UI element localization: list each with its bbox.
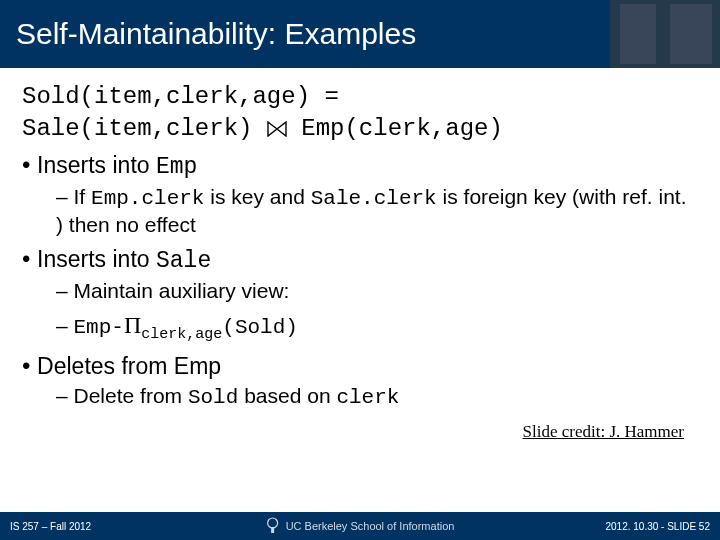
pi-symbol: Π [124, 312, 141, 338]
footer-center-text: UC Berkeley School of Information [286, 520, 455, 532]
eq-right: Emp(clerk,age) [301, 115, 503, 142]
t: If [74, 185, 92, 208]
footer-center: UC Berkeley School of Information [266, 517, 455, 535]
berkeley-icon [266, 517, 280, 535]
join-icon [267, 121, 287, 137]
b3-text: Deletes from Emp [37, 353, 221, 379]
t: clerk,age [141, 326, 222, 343]
slide-content: Sold(item,clerk,age) = Sale(item,clerk) … [0, 68, 720, 443]
b1-sub-line: If Emp.clerk is key and Sale.clerk is fo… [56, 185, 686, 236]
t: Sold [188, 386, 238, 409]
b1-code: Emp [156, 154, 197, 180]
b2-sub1-line: Maintain auxiliary view: [56, 279, 289, 302]
t: Maintain auxiliary view: [74, 279, 290, 302]
footer-bar: IS 257 – Fall 2012 UC Berkeley School of… [0, 512, 720, 540]
title-bar: Self-Maintainability: Examples [0, 0, 720, 68]
bullet-list: Inserts into Emp If Emp.clerk is key and… [22, 150, 698, 411]
b1-sub: If Emp.clerk is key and Sale.clerk is fo… [56, 184, 698, 239]
b2-text: Inserts into [37, 246, 156, 272]
b1-text: Inserts into [37, 152, 156, 178]
t: Sale.clerk [311, 187, 437, 210]
t: Emp.clerk [91, 187, 204, 210]
footer-left: IS 257 – Fall 2012 [10, 521, 91, 532]
t: (Sold) [222, 316, 298, 339]
t: Emp- [74, 316, 124, 339]
b2-sub2: – Emp-Πclerk,age(Sold) [56, 310, 698, 345]
t: based on [238, 384, 336, 407]
title-decoration [610, 0, 720, 68]
bullet-deletes-emp: Deletes from Emp Delete from Sold based … [22, 351, 698, 411]
b2-code: Sale [156, 248, 211, 274]
svg-rect-1 [271, 527, 274, 533]
svg-point-0 [268, 518, 278, 528]
slide-credit: Slide credit: J. Hammer [22, 421, 698, 442]
t: Delete from [74, 384, 188, 407]
footer-right: 2012. 10.30 - SLIDE 52 [605, 521, 710, 532]
bullet-inserts-sale: Inserts into Sale Maintain auxiliary vie… [22, 244, 698, 345]
eq-left: Sale(item,clerk) [22, 115, 252, 142]
t: is key and [204, 185, 310, 208]
equation-line-1: Sold(item,clerk,age) = [22, 82, 698, 112]
b2-sub2-line: – Emp-Πclerk,age(Sold) [56, 314, 298, 337]
t: clerk [336, 386, 399, 409]
equation-line-2: Sale(item,clerk) Emp(clerk,age) [22, 114, 698, 144]
b3-sub-line: Delete from Sold based on clerk [56, 384, 399, 407]
b3-sub: Delete from Sold based on clerk [56, 383, 698, 411]
b2-sub1: Maintain auxiliary view: [56, 278, 698, 304]
bullet-inserts-emp: Inserts into Emp If Emp.clerk is key and… [22, 150, 698, 238]
slide-title: Self-Maintainability: Examples [16, 17, 416, 51]
